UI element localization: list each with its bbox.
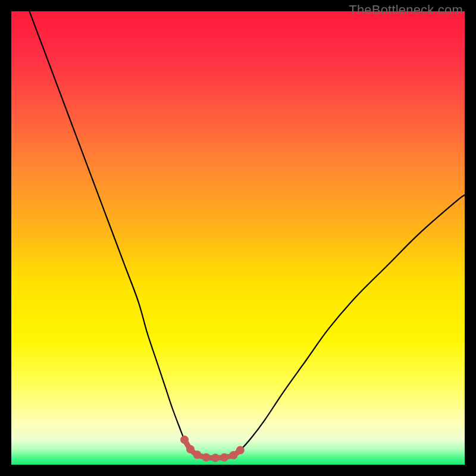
marker-dot <box>229 451 237 459</box>
marker-dot <box>236 446 245 455</box>
plot-area <box>11 11 465 465</box>
marker-dot <box>202 453 211 462</box>
bottleneck-curve <box>29 11 465 458</box>
marker-dot <box>220 453 228 462</box>
chart-svg <box>11 11 465 465</box>
watermark-text: TheBottleneck.com <box>349 2 463 18</box>
optimal-range-markers <box>180 436 245 462</box>
marker-dot <box>193 450 201 459</box>
marker-dot <box>180 436 189 444</box>
marker-dot <box>186 445 195 453</box>
marker-dot <box>211 454 220 462</box>
